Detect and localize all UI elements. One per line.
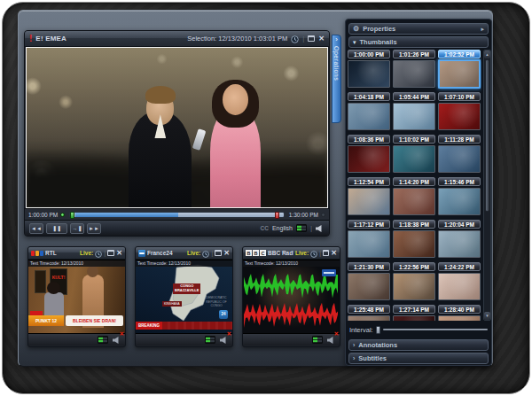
- thumbnail-item[interactable]: 1:07:10 PM: [438, 92, 481, 132]
- thumbnail-timestamp[interactable]: 1:22:56 PM: [393, 262, 435, 271]
- thumbnail-timestamp[interactable]: 1:18:38 PM: [393, 220, 435, 229]
- thumbnail-timestamp[interactable]: 1:08:36 PM: [348, 135, 390, 144]
- pause-button[interactable]: ❚❚: [46, 223, 67, 234]
- thumbnail-item[interactable]: 1:17:12 PM: [348, 220, 390, 260]
- thumbnail-timestamp[interactable]: 1:21:30 PM: [348, 262, 390, 271]
- subtitles-section-header[interactable]: › Subtitles: [348, 353, 489, 364]
- thumbnail-item[interactable]: 1:01:26 PM: [393, 50, 435, 89]
- thumbnail-item[interactable]: 1:12:54 PM: [348, 177, 390, 217]
- thumbnail-item[interactable]: 1:20:04 PM: [438, 220, 481, 260]
- step-forward-button[interactable]: →❚: [70, 223, 84, 234]
- close-window-icon[interactable]: ✕: [331, 250, 337, 257]
- restore-window-icon[interactable]: [215, 250, 222, 256]
- thumbnail-item[interactable]: 1:24:22 PM: [438, 262, 481, 302]
- thumbnail-timestamp[interactable]: 1:24:22 PM: [438, 262, 481, 271]
- thumbnail-timestamp[interactable]: 1:04:18 PM: [348, 92, 390, 101]
- thumbnail-image[interactable]: [438, 103, 481, 130]
- thumbnail-image[interactable]: [438, 315, 481, 321]
- properties-section-header[interactable]: ⚙ Properties ▸: [348, 23, 489, 35]
- thumbnail-item[interactable]: 1:28:40 PM: [438, 305, 481, 321]
- monitor-video-display[interactable]: Text Timecode: 12/13/2010 KULT! PUNKT 12…: [28, 260, 125, 334]
- thumbnail-timestamp[interactable]: 1:14:20 PM: [393, 177, 435, 186]
- thumbnail-item[interactable]: 1:21:30 PM: [348, 262, 390, 302]
- scrollbar-thumb[interactable]: [485, 59, 489, 212]
- scroll-down-button[interactable]: ▼: [484, 312, 490, 320]
- thumbnail-timestamp[interactable]: 1:05:44 PM: [393, 92, 435, 101]
- expand-operations-icon[interactable]: ›: [335, 35, 338, 44]
- thumbnail-timestamp[interactable]: 1:15:46 PM: [438, 177, 481, 186]
- muted-speaker-icon[interactable]: ✕: [327, 337, 336, 344]
- fast-forward-button[interactable]: ►►: [87, 223, 101, 234]
- thumbnail-timestamp[interactable]: 1:11:28 PM: [438, 135, 481, 144]
- close-window-icon[interactable]: ✕: [116, 250, 122, 257]
- thumbnail-image[interactable]: [438, 273, 481, 300]
- audio-levels-icon[interactable]: [98, 336, 108, 344]
- rewind-button[interactable]: ◄◄: [29, 223, 43, 234]
- thumbnail-timestamp[interactable]: 1:20:04 PM: [438, 220, 481, 229]
- thumbnails-section-header[interactable]: ▾ Thumbnails: [348, 36, 489, 48]
- restore-window-icon[interactable]: [323, 250, 329, 256]
- thumbnail-timestamp[interactable]: 1:10:02 PM: [393, 135, 435, 144]
- thumbnail-item[interactable]: 1:15:46 PM: [438, 177, 481, 217]
- audio-levels-icon[interactable]: [312, 336, 323, 344]
- audio-levels-icon[interactable]: [205, 336, 215, 344]
- thumbnail-image[interactable]: [348, 103, 390, 130]
- thumbnail-image[interactable]: [393, 145, 435, 173]
- thumbnail-item[interactable]: 1:18:38 PM: [393, 220, 435, 260]
- thumbnail-image[interactable]: [393, 273, 435, 300]
- thumbnail-image[interactable]: [348, 145, 390, 173]
- thumbnail-image[interactable]: [438, 230, 481, 258]
- monitor-video-display[interactable]: Text Timecode: 12/13/2010 CONGOBRAZZAVIL…: [136, 260, 232, 334]
- thumbnail-item[interactable]: 1:25:48 PM: [348, 305, 390, 321]
- thumbnail-image[interactable]: [393, 230, 435, 258]
- thumbnail-timestamp[interactable]: 1:28:40 PM: [438, 305, 481, 314]
- muted-speaker-icon[interactable]: ✕: [113, 337, 121, 344]
- close-window-icon[interactable]: ✕: [223, 250, 230, 257]
- restore-window-icon[interactable]: [308, 35, 315, 42]
- monitor-titlebar[interactable]: France24 Live: | ✕: [136, 247, 232, 260]
- thumbnail-timestamp[interactable]: 1:02:52 PM: [438, 50, 481, 58]
- muted-speaker-icon[interactable]: ✕: [220, 337, 229, 344]
- thumbnail-timestamp[interactable]: 1:07:10 PM: [438, 92, 481, 101]
- language-selector[interactable]: English: [272, 225, 293, 231]
- monitor-titlebar[interactable]: RTL Live: | ✕: [28, 247, 125, 260]
- thumbnail-image[interactable]: [348, 60, 390, 88]
- thumbnail-timestamp[interactable]: 1:01:26 PM: [393, 50, 435, 58]
- annotations-section-header[interactable]: › Annotations: [348, 339, 489, 351]
- timeline-end-marker[interactable]: [275, 212, 279, 219]
- interval-slider-handle[interactable]: [376, 326, 380, 334]
- thumbnail-image[interactable]: [393, 103, 435, 130]
- thumbnail-timestamp[interactable]: 1:17:12 PM: [348, 220, 390, 229]
- thumbnail-item[interactable]: 1:05:44 PM: [393, 92, 435, 132]
- monitor-titlebar[interactable]: BBC BBC Radio Live: | ✕: [243, 247, 340, 260]
- thumbnail-item[interactable]: 1:11:28 PM: [438, 135, 481, 175]
- closed-captions-button[interactable]: CC: [261, 225, 269, 231]
- thumbnail-image[interactable]: [438, 59, 481, 89]
- thumbnail-item[interactable]: 1:22:56 PM: [393, 262, 435, 302]
- scroll-up-button[interactable]: ▲: [484, 50, 490, 58]
- timeline-playhead-handle[interactable]: [70, 212, 74, 219]
- thumbnail-timestamp[interactable]: 1:12:54 PM: [348, 177, 390, 186]
- restore-window-icon[interactable]: [107, 250, 114, 256]
- thumbnail-image[interactable]: [348, 273, 390, 300]
- thumbnail-timestamp[interactable]: 1:25:48 PM: [348, 305, 390, 314]
- thumbnail-item[interactable]: 1:08:36 PM: [348, 135, 390, 175]
- main-video-display[interactable]: [26, 47, 328, 208]
- main-window-titlebar[interactable]: ! E! EMEA Selection: 12/13/2010 1:03:01 …: [25, 31, 329, 47]
- thumbnail-scrollbar[interactable]: ▲ ▼: [483, 50, 491, 321]
- thumbnail-image[interactable]: [348, 315, 390, 321]
- interval-slider-track[interactable]: [383, 329, 488, 330]
- clock-icon[interactable]: [95, 245, 102, 261]
- clock-icon[interactable]: [310, 245, 317, 261]
- thumbnail-timestamp[interactable]: 1:00:00 PM: [348, 50, 390, 58]
- thumbnail-timestamp[interactable]: 1:27:14 PM: [393, 305, 435, 314]
- clock-icon[interactable]: [291, 31, 299, 47]
- thumbnail-item[interactable]: 1:10:02 PM: [393, 135, 435, 175]
- thumbnail-image[interactable]: [348, 230, 390, 258]
- monitor-video-display[interactable]: Text Timecode: 12/13/2010: [243, 260, 340, 334]
- clock-icon[interactable]: [202, 245, 209, 261]
- thumbnail-image[interactable]: [438, 188, 481, 215]
- thumbnail-image[interactable]: [393, 315, 435, 321]
- operations-tab[interactable]: › Operations: [332, 35, 341, 123]
- thumbnail-image[interactable]: [348, 188, 390, 215]
